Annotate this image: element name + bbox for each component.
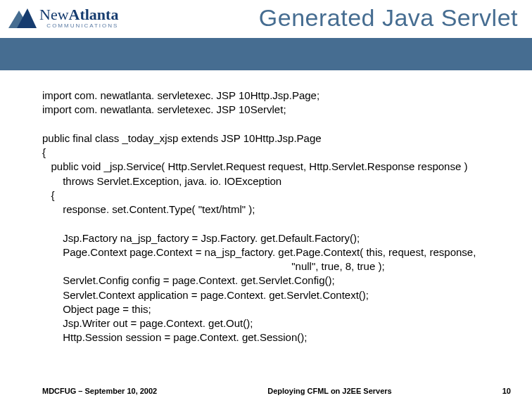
- logo-text: NewAtlanta COMMUNICATIONS: [39, 6, 118, 29]
- code-block: import com. newatlanta. servletexec. JSP…: [42, 89, 511, 345]
- code-line: throws Servlet.Exception, java. io. IOEx…: [42, 175, 281, 187]
- code-line: Http.Session session = page.Context. get…: [42, 331, 307, 343]
- logo-name: NewAtlanta: [39, 6, 118, 24]
- slide-title: Generated Java Servlet: [259, 4, 518, 32]
- code-line: public void _jsp.Service( Http.Servlet.R…: [42, 160, 467, 172]
- page-number: 10: [502, 387, 511, 395]
- logo-mark-icon: [8, 7, 37, 28]
- footer-title: Deploying CFML on J2EE Servers: [157, 387, 502, 395]
- code-line: {: [42, 189, 55, 201]
- code-line: Servlet.Context application = page.Conte…: [42, 289, 369, 301]
- code-line: Object page = this;: [42, 303, 151, 315]
- code-line: Jsp.Factory na_jsp_factory = Jsp.Factory…: [42, 232, 360, 244]
- slide-header: NewAtlanta COMMUNICATIONS Generated Java…: [0, 0, 532, 75]
- code-line: Page.Context page.Context = na_jsp_facto…: [42, 246, 476, 258]
- code-line: "null", true, 8, true );: [42, 260, 385, 272]
- code-line: Jsp.Writer out = page.Context. get.Out()…: [42, 317, 253, 329]
- logo: NewAtlanta COMMUNICATIONS: [8, 6, 118, 29]
- code-line: import com. newatlanta. servletexec. JSP…: [42, 103, 286, 115]
- code-line: Servlet.Config config = page.Context. ge…: [42, 274, 335, 286]
- code-line: public final class _today_xjsp extends J…: [42, 132, 322, 144]
- code-line: response. set.Content.Type( "text/html" …: [42, 203, 255, 215]
- logo-prefix: New: [39, 6, 69, 23]
- footer-date: MDCFUG – September 10, 2002: [42, 387, 157, 395]
- slide-footer: MDCFUG – September 10, 2002 Deploying CF…: [0, 387, 532, 395]
- header-bar: [0, 38, 532, 70]
- code-line: {: [42, 146, 46, 158]
- logo-main: Atlanta: [69, 6, 119, 23]
- logo-subtext: COMMUNICATIONS: [39, 22, 118, 29]
- code-line: import com. newatlanta. servletexec. JSP…: [42, 89, 319, 101]
